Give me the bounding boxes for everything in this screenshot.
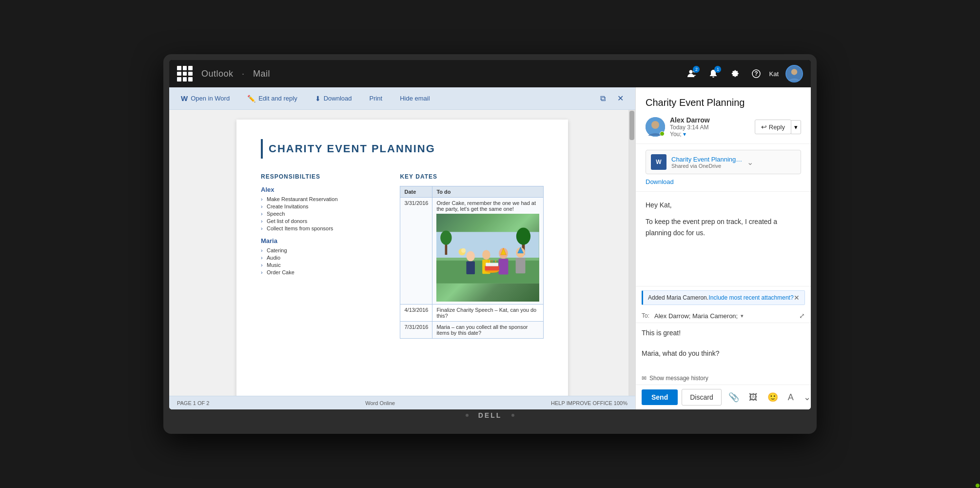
download-label: Download	[324, 95, 352, 102]
reply-action-group: ↩ Reply ▾	[755, 120, 801, 134]
recipients-chevron-icon[interactable]: ▾	[741, 313, 744, 319]
sender-time: Today 3:14 AM	[670, 124, 710, 131]
svg-rect-18	[499, 259, 509, 274]
emoji-button[interactable]: 🙂	[764, 390, 781, 405]
attachment-download-link[interactable]: Download	[646, 178, 801, 185]
svg-rect-20	[516, 258, 526, 273]
hide-email-button[interactable]: Hide email	[396, 93, 433, 104]
include-attachment-link[interactable]: Include most recent attachment?	[708, 294, 793, 301]
sender-avatar	[646, 117, 665, 137]
scroll-bar[interactable]	[628, 110, 635, 396]
doc-page: CHARITY EVENT PLANNING RESPONSIBILTIES A…	[236, 120, 568, 396]
todo-cell-3: Maria – can you collect all the sponsor …	[432, 322, 544, 339]
recipients-expand[interactable]: ▾	[683, 131, 686, 138]
maria-bullet-2: Audio	[261, 255, 380, 261]
reply-button[interactable]: ↩ Reply	[755, 120, 791, 134]
expand-compose-icon[interactable]: ⤢	[799, 312, 805, 320]
reply-arrow-icon: ↩	[761, 123, 767, 131]
doc-status-bar: PAGE 1 OF 2 Word Online HELP IMPROVE OFF…	[169, 396, 635, 409]
reply-dropdown-button[interactable]: ▾	[791, 120, 801, 134]
maria-name: Maria	[261, 237, 380, 244]
edit-and-reply-label: Edit and reply	[258, 95, 297, 102]
envelope-icon: ✉	[642, 375, 647, 382]
reply-label: Reply	[769, 123, 785, 131]
reply-composer: Added Maria Cameron. Include most recent…	[636, 286, 811, 409]
sender-name: Alex Darrow	[670, 116, 710, 124]
scroll-thumb[interactable]	[629, 111, 634, 140]
key-dates-column: KEY DATES Date To do	[400, 173, 544, 339]
help-improve-label: HELP IMPROVE OFFICE 100%	[551, 400, 627, 406]
edit-and-reply-button[interactable]: ✏️ Edit and reply	[243, 93, 301, 104]
print-label: Print	[369, 95, 382, 102]
compose-body[interactable]: This is great! Maria, what do you think?	[636, 323, 811, 372]
email-subject: Charity Event Planning	[646, 97, 801, 108]
send-button[interactable]: Send	[642, 389, 678, 405]
laptop-shell: Outlook · Mail 2	[163, 54, 817, 434]
page-indicator: PAGE 1 OF 2	[177, 400, 209, 406]
people-icon[interactable]: 2	[683, 65, 701, 82]
bell-icon[interactable]: 1	[705, 65, 722, 82]
pencil-icon: ✏️	[247, 95, 255, 102]
people-badge: 2	[693, 66, 700, 73]
show-history-button[interactable]: ✉ Show message history	[636, 372, 811, 385]
attach-file-button[interactable]: 📎	[725, 390, 742, 405]
svg-point-27	[488, 260, 489, 261]
table-row: 3/31/2016 Order Cake, remember the one w…	[400, 198, 544, 305]
attachment-expand-icon[interactable]: ⌄	[747, 158, 753, 167]
close-doc-button[interactable]: ✕	[613, 92, 627, 105]
responsibilities-heading: RESPONSIBILTIES	[261, 173, 380, 180]
vent-hole	[511, 414, 514, 417]
user-avatar[interactable]	[785, 65, 803, 82]
attachment-card[interactable]: W Charity Event Planning… Shared via One…	[646, 150, 801, 174]
svg-point-15	[483, 250, 490, 260]
discard-button[interactable]: Discard	[682, 389, 721, 406]
table-row: 4/13/2016 Finalize Charity Speech – Kat,…	[400, 305, 544, 322]
doc-title: CHARITY EVENT PLANNING	[269, 142, 435, 155]
open-in-word-button[interactable]: W Open in Word	[177, 92, 234, 104]
insert-image-button[interactable]: 🖼	[746, 390, 761, 405]
doc-scroll-area[interactable]: CHARITY EVENT PLANNING RESPONSIBILTIES A…	[169, 110, 635, 396]
svg-point-0	[689, 70, 693, 74]
more-options-button[interactable]: ⌄	[801, 390, 811, 405]
compose-actions: Send Discard 📎 🖼 🙂 A ⌄	[636, 385, 811, 409]
doc-title-bar	[261, 139, 263, 159]
svg-point-33	[461, 248, 466, 253]
key-dates-heading: KEY DATES	[400, 173, 544, 180]
print-button[interactable]: Print	[365, 93, 386, 104]
show-history-label: Show message history	[649, 375, 708, 382]
to-recipients: Alex Darrow; Maria Cameron;	[654, 312, 738, 320]
email-sender-row: Alex Darrow Today 3:14 AM You; ▾ ↩	[646, 116, 801, 138]
waffle-icon[interactable]	[177, 66, 193, 81]
todo-cell-2: Finalize Charity Speech – Kat, can you d…	[432, 305, 544, 322]
svg-point-13	[467, 251, 475, 262]
settings-icon[interactable]	[726, 65, 744, 82]
attachment-sub: Shared via OneDrive	[671, 163, 742, 169]
online-indicator	[660, 131, 665, 136]
mention-close-button[interactable]: ✕	[794, 294, 800, 302]
dell-logo: DELL	[478, 411, 502, 419]
svg-rect-24	[485, 265, 499, 270]
mention-bar: Added Maria Cameron. Include most recent…	[642, 290, 805, 305]
email-body-text: To keep the event prep on track, I creat…	[646, 216, 801, 238]
attachment-name: Charity Event Planning…	[671, 156, 742, 163]
svg-point-10	[441, 230, 452, 244]
maria-bullet-4: Order Cake	[261, 269, 380, 275]
download-toolbar-button[interactable]: ⬇ Download	[311, 93, 356, 104]
table-row: 7/31/2016 Maria – can you collect all th…	[400, 322, 544, 339]
sender-details: Alex Darrow Today 3:14 AM You; ▾	[670, 116, 710, 138]
main-content: W Open in Word ✏️ Edit and reply ⬇ Downl…	[169, 87, 811, 409]
alex-bullet-4: Get list of donors	[261, 218, 380, 224]
doc-header: CHARITY EVENT PLANNING	[261, 139, 544, 159]
alex-bullet-1: Make Restaurant Reservation	[261, 196, 380, 202]
doc-toolbar: W Open in Word ✏️ Edit and reply ⬇ Downl…	[169, 87, 635, 110]
help-icon[interactable]: ?	[747, 65, 765, 82]
svg-point-35	[651, 121, 659, 129]
attachment-info: Charity Event Planning… Shared via OneDr…	[671, 156, 742, 169]
restore-button[interactable]: ⧉	[596, 92, 609, 105]
to-label: To:	[642, 312, 651, 319]
email-greeting: Hey Kat,	[646, 200, 801, 210]
svg-point-29	[491, 260, 492, 261]
alex-bullet-3: Speech	[261, 211, 380, 217]
formatting-button[interactable]: A	[785, 390, 797, 405]
compose-line1: This is great!	[642, 328, 805, 338]
